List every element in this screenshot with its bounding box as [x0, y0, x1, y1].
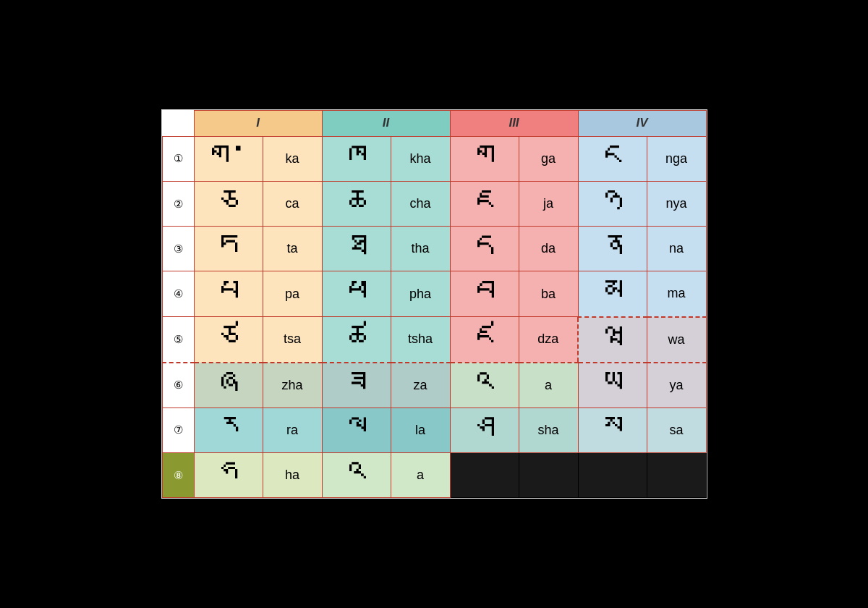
script-cell: ཕ	[322, 271, 391, 317]
script-cell: ཛ	[450, 317, 519, 363]
roman-cell: sa	[647, 408, 706, 452]
script-char: ཛ	[475, 318, 494, 360]
roman-cell: na	[647, 227, 706, 271]
script-char: བ	[475, 274, 494, 315]
roman-label: da	[541, 241, 556, 256]
col-header-II: II	[322, 110, 450, 136]
corner-cell	[162, 110, 194, 136]
roman-label: ka	[285, 151, 299, 166]
script-cell: ཚ	[322, 317, 391, 363]
consonants-table: I II III IV ① ག་ ka ཁ kha	[162, 110, 707, 499]
script-cell: ཆ	[322, 181, 391, 226]
main-table-wrapper: I II III IV ① ག་ ka ཁ kha	[161, 109, 707, 499]
row-label-2: ②	[162, 181, 194, 226]
roman-label: ha	[285, 468, 299, 482]
script-char: འ	[347, 455, 366, 496]
roman-cell: da	[519, 227, 578, 271]
roman-cell: za	[391, 363, 450, 408]
script-char: འ	[475, 365, 494, 406]
roman-cell: tha	[391, 227, 450, 271]
roman-label: a	[417, 468, 424, 482]
col-header-I: I	[194, 110, 322, 136]
roman-label: pa	[285, 287, 299, 301]
roman-label: nga	[665, 151, 687, 166]
roman-label: la	[415, 423, 425, 437]
script-char: ར	[219, 410, 238, 451]
roman-cell: ta	[263, 227, 322, 271]
roman-label: nya	[665, 196, 686, 211]
roman-cell: a	[391, 453, 450, 498]
script-cell: ཅ	[194, 181, 263, 226]
roman-label: tha	[411, 241, 429, 256]
roman-cell: dza	[519, 317, 578, 363]
script-cell: ཇ	[450, 181, 519, 226]
script-cell: ད	[450, 227, 519, 271]
script-char: ཟ	[347, 365, 366, 406]
roman-label: dza	[537, 332, 558, 346]
roman-cell: pha	[391, 271, 450, 317]
roman-cell: ha	[263, 453, 322, 498]
script-cell: མ	[578, 271, 647, 317]
script-char: ད	[475, 228, 494, 269]
roman-label: ra	[286, 423, 298, 437]
script-char: ན	[603, 228, 622, 269]
script-cell: ཙ	[194, 317, 263, 363]
roman-label: sa	[669, 423, 683, 437]
script-cell: འ	[450, 363, 519, 408]
col-header-III: III	[450, 110, 578, 136]
script-char: ཕ	[347, 274, 366, 315]
script-char: ཞ	[219, 365, 238, 406]
roman-cell: pa	[263, 271, 322, 317]
script-cell: ག	[450, 136, 519, 181]
roman-cell: ma	[647, 271, 706, 317]
row-label-4: ④	[162, 271, 194, 317]
script-cell: ན	[578, 227, 647, 271]
empty-cell	[578, 453, 647, 498]
script-cell: ཐ	[322, 227, 391, 271]
empty-cell	[450, 453, 519, 498]
script-cell: བ	[450, 271, 519, 317]
roman-label: ja	[543, 196, 553, 211]
table-row: ⑧ ཧ ha འ a	[162, 453, 706, 498]
roman-label: na	[669, 241, 684, 256]
script-char: ཅ	[219, 183, 238, 224]
roman-cell: ra	[263, 408, 322, 452]
script-char: ལ	[347, 410, 366, 451]
roman-label: sha	[537, 423, 558, 437]
script-cell: ལ	[322, 408, 391, 452]
script-char: ཙ	[219, 318, 238, 360]
roman-label: tsha	[408, 332, 433, 346]
empty-cell	[519, 453, 578, 498]
table-row: ③ ཏ ta ཐ tha ད da	[162, 227, 706, 271]
row-label-6: ⑥	[162, 363, 194, 408]
roman-cell: ka	[263, 136, 322, 181]
roman-label: ba	[541, 287, 556, 301]
script-cell: ཡ	[578, 363, 647, 408]
script-char: ཐ	[347, 228, 366, 269]
roman-label: kha	[409, 151, 430, 166]
script-cell: ར	[194, 408, 263, 452]
row-label-8: ⑧	[162, 453, 194, 498]
script-cell: ང	[578, 136, 647, 181]
table-row: ④ པ pa ཕ pha བ ba	[162, 271, 706, 317]
script-cell: ག་	[194, 136, 263, 181]
roman-cell: zha	[263, 363, 322, 408]
roman-cell: ga	[519, 136, 578, 181]
script-cell: པ	[194, 271, 263, 317]
script-char: ཡ	[603, 365, 622, 406]
roman-cell: nga	[647, 136, 706, 181]
col-header-IV: IV	[578, 110, 706, 136]
table-row: ① ག་ ka ཁ kha ག ga	[162, 136, 706, 181]
script-cell: ཁ	[322, 136, 391, 181]
roman-cell: sha	[519, 408, 578, 452]
script-char: ང	[603, 138, 622, 180]
roman-cell: kha	[391, 136, 450, 181]
script-cell: འ	[322, 453, 391, 498]
roman-label: cha	[409, 196, 430, 211]
roman-cell: ba	[519, 271, 578, 317]
script-char: ཝ	[603, 319, 622, 360]
roman-label: tsa	[284, 332, 301, 346]
script-char: ཉ	[603, 183, 622, 224]
script-cell: ཏ	[194, 227, 263, 271]
roman-cell: ya	[647, 363, 706, 408]
